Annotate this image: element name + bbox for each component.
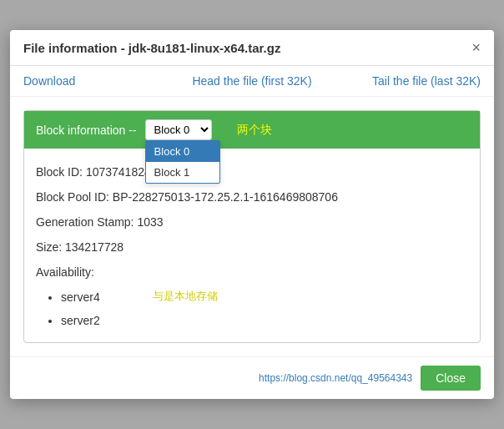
block-size: Size: 134217728 [36, 235, 468, 259]
annotation-local-storage: 与是本地存储 [153, 285, 218, 307]
block-info-header: Block information -- Block 0 Block 1 Blo… [24, 111, 480, 149]
block-info-card: Block information -- Block 0 Block 1 Blo… [23, 110, 481, 343]
modal-close-button[interactable]: × [471, 40, 481, 55]
tail-file-link[interactable]: Tail the file (last 32K) [328, 74, 481, 88]
footer-url[interactable]: https://blog.csdn.net/qq_49564343 [259, 372, 412, 384]
modal-title: File information - jdk-8u181-linux-x64.t… [23, 41, 280, 55]
block-select[interactable]: Block 0 Block 1 [145, 119, 212, 140]
modal-nav: Download Head the file (first 32K) Tail … [10, 66, 494, 97]
annotation-two-blocks: 两个块 [237, 123, 272, 138]
modal-body: Block information -- Block 0 Block 1 Blo… [10, 97, 494, 356]
block-pool-id: Block Pool ID: BP-228275013-172.25.2.1-1… [36, 185, 468, 209]
block-select-wrapper: Block 0 Block 1 Block 0 Block 1 [145, 119, 212, 140]
modal-header: File information - jdk-8u181-linux-x64.t… [10, 30, 494, 66]
generation-stamp: Generation Stamp: 1033 [36, 210, 468, 234]
modal-footer: https://blog.csdn.net/qq_49564343 Close [10, 356, 494, 399]
block-info-body: Block ID: 1073741824 Block Pool ID: BP-2… [24, 149, 480, 342]
head-file-link[interactable]: Head the file (first 32K) [176, 74, 329, 88]
dropdown-item-block0[interactable]: Block 0 [146, 141, 219, 162]
download-link[interactable]: Download [23, 74, 176, 88]
modal-overlay: File information - jdk-8u181-linux-x64.t… [0, 0, 504, 429]
dropdown-item-block1[interactable]: Block 1 [146, 162, 219, 183]
block-dropdown-list: Block 0 Block 1 [145, 140, 220, 184]
server-item-server2: server2 [61, 309, 468, 332]
modal: File information - jdk-8u181-linux-x64.t… [10, 30, 494, 399]
availability-list: server4 server2 [36, 285, 468, 332]
close-button[interactable]: Close [421, 366, 481, 391]
block-id: Block ID: 1073741824 [36, 160, 468, 184]
server-item-server4: server4 [61, 285, 468, 309]
availability-label: Availability: [36, 260, 468, 284]
block-info-section-label: Block information -- [36, 124, 137, 137]
